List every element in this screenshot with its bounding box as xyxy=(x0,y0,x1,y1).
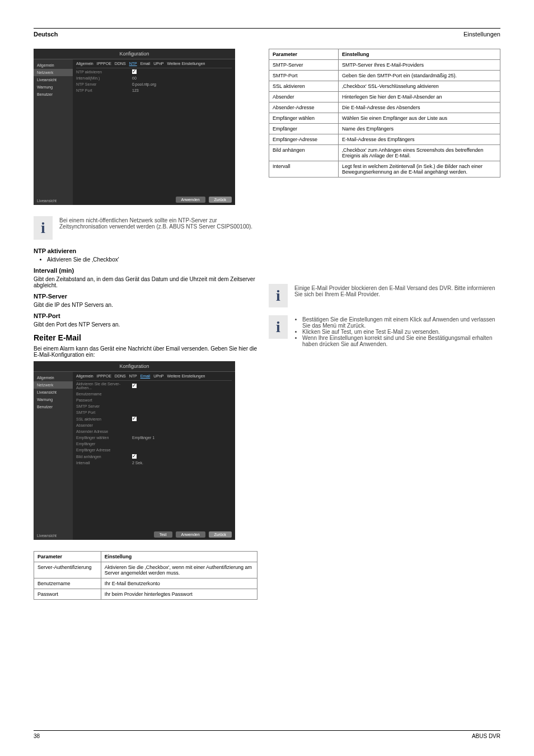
sidebar-item-warnung[interactable]: Warnung xyxy=(34,83,73,91)
email-auth-label: Aktivieren Sie die Server-Authen... xyxy=(76,382,132,390)
email-ssl-checkbox[interactable] xyxy=(132,417,137,421)
email-interval-label: Intervall xyxy=(76,461,132,465)
sidebar-item-allgemein[interactable]: Allgemein xyxy=(34,374,73,381)
table-cell: Aktivieren Sie die ‚Checkbox', wenn mit … xyxy=(101,562,257,578)
table-cell: ‚Checkbox' SSL-Verschlüsselung aktiviere… xyxy=(338,81,500,92)
email-auth-checkbox[interactable] xyxy=(132,384,137,388)
sidebar-item-allgemein[interactable]: Allgemein xyxy=(34,62,73,69)
sidebar-item-liveansicht[interactable]: Liveansicht xyxy=(34,389,73,396)
email-params-table-2: Parameter Einstellung SMTP-ServerSMTP-Se… xyxy=(269,49,500,178)
table-cell: Passwort xyxy=(34,589,101,600)
email-sender-label: Absender xyxy=(76,423,132,427)
ntp-interval-heading: Intervall (min) xyxy=(34,267,257,274)
table-cell: Ihr E-Mail Benutzerkonto xyxy=(101,578,257,589)
tab-weitere[interactable]: Weitere Einstellungen xyxy=(167,62,205,66)
ntp-apply-button[interactable]: Anwenden xyxy=(176,197,205,203)
ntp-row-enable-label: NTP aktivieren xyxy=(76,70,132,74)
email-shot-title: Konfiguration xyxy=(34,361,235,372)
table1-h1: Parameter xyxy=(34,552,101,562)
email-recv-label: Empfänger xyxy=(76,442,132,446)
tab-email[interactable]: Email xyxy=(140,62,151,66)
table-cell: Geben Sie den SMTP-Port ein (standardmäß… xyxy=(338,71,500,81)
email-recvsel-value[interactable]: Empfänger 1 xyxy=(132,436,154,440)
sidebar-item-warnung[interactable]: Warnung xyxy=(34,396,73,403)
sidebar-item-benutzer[interactable]: Benutzer xyxy=(34,403,73,410)
info-icon: i xyxy=(34,216,53,240)
sidebar-item-benutzer[interactable]: Benutzer xyxy=(34,91,73,98)
table-cell: Empfänger wählen xyxy=(269,113,339,124)
table-cell: Wählen Sie einen Empfänger aus der Liste… xyxy=(338,113,500,124)
email-intro-text: Bei einem Alarm kann das Gerät eine Nach… xyxy=(34,346,257,358)
ntp-interval-value[interactable]: 60 xyxy=(132,76,137,80)
page-lang-header: Deutsch xyxy=(34,31,58,38)
tab-email[interactable]: Email xyxy=(140,374,151,378)
ntp-server-value[interactable]: 0.pool.ntp.org xyxy=(132,82,156,86)
table-cell: SMTP-Port xyxy=(269,71,339,81)
email-params-table-1: Parameter Einstellung Server-Authentifiz… xyxy=(34,551,257,600)
sidebar-item-liveansicht[interactable]: Liveansicht xyxy=(34,76,73,83)
tab-ddns[interactable]: DDNS xyxy=(115,62,126,66)
table-cell: E-Mail-Adresse des Empfängers xyxy=(338,134,500,145)
ntp-port-text: Gibt den Port des NTP Servers an. xyxy=(34,321,257,328)
email-test-button[interactable]: Test xyxy=(154,531,172,538)
ntp-liveansicht-label[interactable]: Liveansicht xyxy=(37,199,57,203)
ntp-shot-title: Konfiguration xyxy=(34,49,235,59)
ntp-server-text: Gibt die IP des NTP Servers an. xyxy=(34,302,257,308)
ntp-config-screenshot: Konfiguration Allgemein Netzwerk Liveans… xyxy=(34,49,235,205)
table-cell: Bild anhängen xyxy=(269,145,339,161)
table-cell: Name des Empfängers xyxy=(338,124,500,134)
ntp-back-button[interactable]: Zurück xyxy=(209,197,232,203)
tab-ddns[interactable]: DDNS xyxy=(115,374,126,378)
email-interval-value[interactable]: 2 Sek. xyxy=(132,461,143,465)
sidebar-item-netzwerk[interactable]: Netzwerk xyxy=(34,69,73,76)
email-apply-button[interactable]: Anwenden xyxy=(176,531,205,538)
table-cell: Intervall xyxy=(269,161,339,178)
email-section-heading: Reiter E-Mail xyxy=(34,333,257,342)
email-user-label: Benutzername xyxy=(76,392,132,396)
tab-ipppoe[interactable]: IPPPOE xyxy=(97,62,111,66)
tab-upnp[interactable]: UPnP xyxy=(153,62,163,66)
email-info-2a: Bestätigen Sie die Einstellungen mit ein… xyxy=(302,316,500,329)
tab-allgemein[interactable]: Allgemein xyxy=(76,62,93,66)
email-smtp-label: SMTP Server xyxy=(76,404,132,408)
email-config-screenshot: Konfiguration Allgemein Netzwerk Liveans… xyxy=(34,361,235,540)
info-icon: i xyxy=(269,284,288,307)
email-attach-checkbox[interactable] xyxy=(132,454,137,459)
table-cell: Absender xyxy=(269,92,339,102)
tab-upnp[interactable]: UPnP xyxy=(153,374,163,378)
email-smtpport-label: SMTP Port xyxy=(76,410,132,414)
email-liveansicht-label[interactable]: Liveansicht xyxy=(37,534,57,538)
tab-ntp[interactable]: NTP xyxy=(129,62,137,66)
email-recvsel-label: Empfänger wählen xyxy=(76,436,132,440)
footer-page-number: 38 xyxy=(34,733,40,739)
ntp-row-port-label: NTP Port xyxy=(76,88,132,92)
page-section-header: Einstellungen xyxy=(463,31,500,38)
email-recvaddr-label: Empfänger Adresse xyxy=(76,448,132,452)
ntp-info-text: Bei einem nicht-öffentlichen Netzwerk so… xyxy=(59,216,257,230)
ntp-shot-sidebar: Allgemein Netzwerk Liveansicht Warnung B… xyxy=(34,59,73,205)
tab-weitere[interactable]: Weitere Einstellungen xyxy=(167,374,205,378)
email-attach-label: Bild anhängen xyxy=(76,455,132,459)
ntp-row-server-label: NTP Server xyxy=(76,82,132,86)
table-cell: SSL aktivieren xyxy=(269,81,339,92)
ntp-enable-text: Aktivieren Sie die ‚Checkbox' xyxy=(47,256,257,263)
ntp-port-heading: NTP-Port xyxy=(34,312,257,319)
sidebar-item-netzwerk[interactable]: Netzwerk xyxy=(34,381,73,389)
email-info-1: Einige E-Mail Provider blockieren den E-… xyxy=(294,284,500,297)
ntp-enable-checkbox[interactable] xyxy=(132,69,137,74)
ntp-port-value[interactable]: 123 xyxy=(132,88,139,92)
email-senderaddr-label: Absender Adresse xyxy=(76,430,132,433)
tab-allgemein[interactable]: Allgemein xyxy=(76,374,93,378)
ntp-server-heading: NTP-Server xyxy=(34,293,257,300)
email-info-2c: Wenn Ihre Einstellungen korrekt sind und… xyxy=(302,335,500,347)
table-cell: Legt fest in welchem Zeitintervall (in S… xyxy=(338,161,500,178)
table2-h2: Einstellung xyxy=(338,49,500,60)
table-cell: SMTP-Server Ihres E-Mail-Providers xyxy=(338,60,500,71)
table-cell: Absender-Adresse xyxy=(269,102,339,113)
table-cell: Benutzername xyxy=(34,578,101,589)
tab-ipppoe[interactable]: IPPPOE xyxy=(97,374,111,378)
table-cell: Empfänger xyxy=(269,124,339,134)
table-cell: Server-Authentifizierung xyxy=(34,562,101,578)
tab-ntp[interactable]: NTP xyxy=(129,374,137,378)
email-back-button[interactable]: Zurück xyxy=(209,531,232,538)
